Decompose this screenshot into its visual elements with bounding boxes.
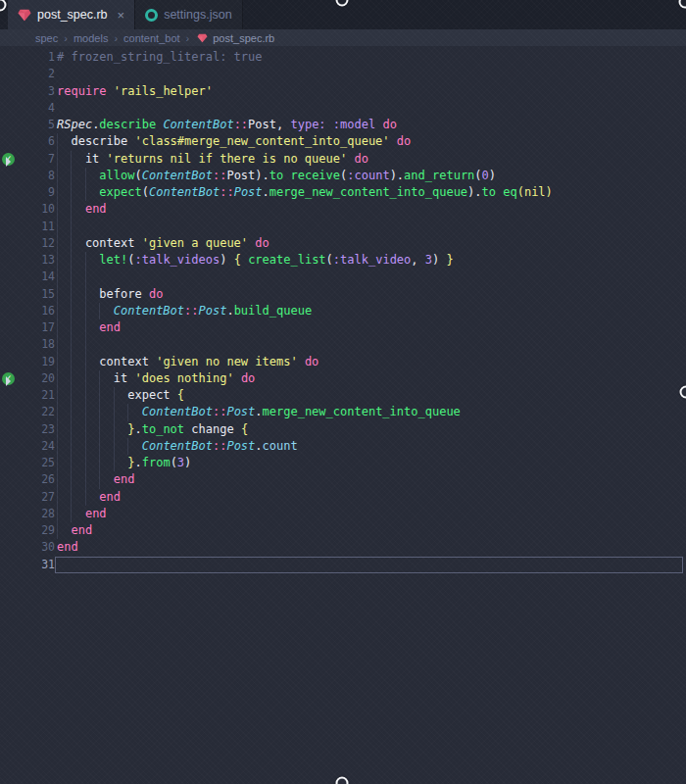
code-line-content[interactable]: end <box>55 319 683 336</box>
indent-guide <box>85 269 86 285</box>
code-editor[interactable]: 1# frozen_string_literal: true23require … <box>0 46 686 784</box>
breadcrumb-content-bot[interactable]: content_bot <box>123 32 180 44</box>
code-line[interactable]: 14 <box>0 269 686 285</box>
code-line-content[interactable]: require 'rails_helper' <box>55 83 683 100</box>
gutter <box>0 557 18 573</box>
code-line-content[interactable]: }.from(3) <box>55 455 683 471</box>
code-line-content[interactable]: # frozen_string_literal: true <box>55 49 683 66</box>
code-line-content[interactable]: context 'given no new items' do <box>55 354 683 370</box>
code-line[interactable]: 19 context 'given no new items' do <box>0 354 686 370</box>
code-line-content[interactable]: ContentBot::Post.build_queue <box>55 303 683 319</box>
code-line-content[interactable]: allow(ContentBot::Post).to receive(:coun… <box>55 168 683 184</box>
code-line[interactable]: 4 <box>0 100 686 117</box>
code-line-content[interactable] <box>55 100 683 117</box>
breadcrumb-models[interactable]: models <box>74 32 108 44</box>
indent-guide <box>57 252 58 269</box>
code-line-content[interactable] <box>55 269 683 285</box>
code-line[interactable]: 5RSpec.describe ContentBot::Post, type: … <box>0 117 686 133</box>
code-token: ( <box>474 169 481 182</box>
breadcrumb-spec[interactable]: spec <box>35 32 58 44</box>
code-line[interactable]: 28 end <box>0 506 686 522</box>
indent-guide <box>85 387 86 404</box>
code-line[interactable]: 29 end <box>0 522 686 539</box>
code-line-content[interactable]: end <box>55 489 683 506</box>
code-line-content[interactable]: end <box>55 201 683 218</box>
code-line-content[interactable]: it 'returns nil if there is no queue' do <box>55 151 683 168</box>
selection-handle-bottom-center[interactable] <box>336 777 349 784</box>
code-line-content[interactable]: expect(ContentBot::Post.merge_new_conten… <box>55 184 683 201</box>
code-token: and_return <box>404 169 474 182</box>
indent-guide <box>71 219 72 235</box>
close-icon[interactable]: × <box>118 9 125 22</box>
code-line[interactable]: 13 let!(:talk_videos) { create_list(:tal… <box>0 252 686 269</box>
code-line[interactable]: 24 ContentBot::Post.count <box>0 438 686 455</box>
indent-guide <box>85 404 86 420</box>
code-line[interactable]: 31 <box>0 557 686 573</box>
code-line-content[interactable] <box>55 66 683 82</box>
code-token: . <box>255 439 262 453</box>
tab-post-spec[interactable]: post_spec.rb × <box>8 0 135 29</box>
code-line[interactable]: 10 end <box>0 201 686 218</box>
breadcrumb-file[interactable]: post_spec.rb <box>213 32 274 44</box>
code-token <box>57 185 99 199</box>
indent-guide <box>57 201 58 218</box>
code-line[interactable]: 12 context 'given a queue' do <box>0 235 686 252</box>
gutter <box>0 522 18 539</box>
indent-guide <box>71 387 72 404</box>
code-line-content[interactable]: end <box>55 522 683 539</box>
code-line[interactable]: 1# frozen_string_literal: true <box>0 49 686 66</box>
code-line[interactable]: 18 <box>0 336 686 353</box>
code-line[interactable]: 22 ContentBot::Post.merge_new_content_in… <box>0 404 686 420</box>
code-line-content[interactable]: let!(:talk_videos) { create_list(:talk_v… <box>55 252 683 269</box>
code-line[interactable]: 8 allow(ContentBot::Post).to receive(:co… <box>0 168 686 184</box>
code-token: do <box>241 371 255 385</box>
code-line[interactable]: 9 expect(ContentBot::Post.merge_new_cont… <box>0 184 686 201</box>
indent-guide <box>57 151 58 168</box>
code-line[interactable]: 21 expect { <box>0 387 686 404</box>
code-line[interactable]: 11 <box>0 219 686 235</box>
test-passed-icon[interactable]: ✓ <box>2 372 15 385</box>
code-line[interactable]: 3require 'rails_helper' <box>0 83 686 100</box>
code-token <box>57 320 99 334</box>
code-token: change <box>184 422 241 436</box>
indent-guide <box>71 506 72 522</box>
code-line-content[interactable]: ContentBot::Post.merge_new_content_into_… <box>55 404 683 420</box>
code-line-content[interactable]: RSpec.describe ContentBot::Post, type: :… <box>55 117 683 133</box>
code-line[interactable]: 2 <box>0 66 686 82</box>
code-line[interactable]: 23 }.to_not change { <box>0 421 686 438</box>
code-line-content[interactable]: describe 'class#merge_new_content_into_q… <box>55 133 683 150</box>
code-line-content[interactable] <box>55 557 683 573</box>
gutter <box>0 303 18 319</box>
code-line[interactable]: 26 end <box>0 471 686 488</box>
test-passed-icon[interactable]: ✓ <box>2 153 15 166</box>
code-line[interactable]: 16 ContentBot::Post.build_queue <box>0 303 686 319</box>
indent-guide <box>57 336 58 353</box>
code-line-content[interactable] <box>55 219 683 235</box>
code-token: ContentBot <box>163 118 233 131</box>
code-line-content[interactable]: it 'does nothing' do <box>55 370 683 387</box>
code-line[interactable]: 25 }.from(3) <box>0 455 686 471</box>
code-line-content[interactable]: ContentBot::Post.count <box>55 438 683 455</box>
gutter <box>0 438 18 455</box>
code-line[interactable]: ✓20 it 'does nothing' do <box>0 370 686 387</box>
code-line[interactable]: 30end <box>0 539 686 556</box>
code-line[interactable]: 6 describe 'class#merge_new_content_into… <box>0 133 686 150</box>
code-line-content[interactable]: expect { <box>55 387 683 404</box>
indent-guide <box>85 168 86 184</box>
code-line-content[interactable] <box>55 336 683 353</box>
code-line-content[interactable]: before do <box>55 286 683 303</box>
code-line[interactable]: 15 before do <box>0 286 686 303</box>
code-token: { <box>177 388 184 402</box>
code-token: require <box>57 84 107 98</box>
code-line[interactable]: ✓7 it 'returns nil if there is no queue'… <box>0 151 686 168</box>
selection-handle-right-middle[interactable] <box>680 386 686 399</box>
code-line-content[interactable]: }.to_not change { <box>55 421 683 438</box>
tab-settings-json[interactable]: settings.json <box>135 0 242 29</box>
code-line-content[interactable]: end <box>55 539 683 556</box>
code-line[interactable]: 27 end <box>0 489 686 506</box>
line-number: 5 <box>18 117 55 133</box>
code-line-content[interactable]: context 'given a queue' do <box>55 235 683 252</box>
code-line-content[interactable]: end <box>55 471 683 488</box>
code-line-content[interactable]: end <box>55 506 683 522</box>
code-line[interactable]: 17 end <box>0 319 686 336</box>
